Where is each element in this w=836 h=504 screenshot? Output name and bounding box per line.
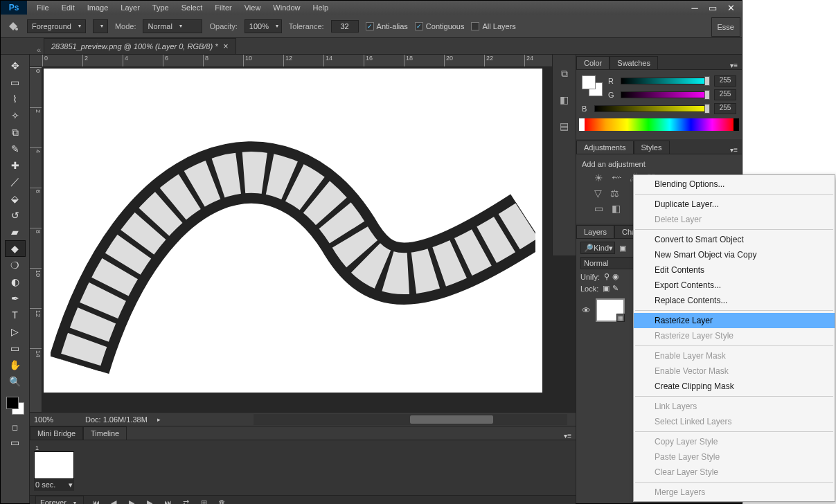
- blur-tool[interactable]: ❍: [5, 257, 26, 273]
- hand-tool[interactable]: ✋: [5, 357, 26, 373]
- marquee-tool[interactable]: ▭: [5, 74, 26, 91]
- tab-color[interactable]: Color: [576, 56, 610, 69]
- ctx-blending-options[interactable]: Blending Options...: [634, 177, 835, 192]
- path-select-tool[interactable]: ▷: [5, 323, 26, 340]
- document-canvas[interactable]: [44, 69, 542, 393]
- color-panel-menu[interactable]: ▾≡: [726, 62, 742, 69]
- menu-select[interactable]: Select: [176, 1, 208, 14]
- prev-frame-button[interactable]: ◀: [107, 498, 120, 505]
- menu-type[interactable]: Type: [147, 1, 175, 14]
- last-frame-button[interactable]: ⏭: [161, 498, 174, 504]
- unify-icons[interactable]: ⚲◉: [604, 272, 619, 281]
- photo-filter-icon[interactable]: ◧: [612, 203, 621, 214]
- magic-wand-tool[interactable]: ✧: [5, 107, 26, 124]
- menu-edit[interactable]: Edit: [56, 1, 80, 14]
- menu-image[interactable]: Image: [82, 1, 114, 14]
- contiguous-checkbox[interactable]: ✓Contiguous: [415, 22, 465, 30]
- frame-duration[interactable]: 0 sec.▾: [34, 479, 74, 491]
- menu-file[interactable]: File: [31, 1, 55, 14]
- tab-layers[interactable]: Layers: [576, 225, 614, 238]
- zoom-tool[interactable]: 🔍: [5, 373, 26, 390]
- maximize-button[interactable]: ▭: [704, 2, 721, 13]
- horizontal-scrollbar[interactable]: [254, 414, 567, 425]
- paint-bucket-tool[interactable]: ◆: [5, 240, 26, 257]
- close-button[interactable]: ✕: [722, 2, 739, 13]
- ctx-rasterize-layer[interactable]: Rasterize Layer: [634, 313, 835, 328]
- filter-icons[interactable]: ▣: [619, 244, 626, 253]
- pen-tool[interactable]: ✒: [5, 290, 26, 307]
- antialias-checkbox[interactable]: ✓Anti-alias: [366, 22, 408, 30]
- ctx-replace-contents[interactable]: Replace Contents...: [634, 293, 835, 308]
- ctx-duplicate-layer[interactable]: Duplicate Layer...: [634, 197, 835, 212]
- eraser-tool[interactable]: ▰: [5, 224, 26, 240]
- layer-thumbnail[interactable]: ▦: [596, 298, 625, 322]
- lasso-tool[interactable]: ⌇: [5, 91, 26, 107]
- mini-swatches[interactable]: [582, 75, 603, 96]
- menu-layer[interactable]: Layer: [115, 1, 145, 14]
- menu-view[interactable]: View: [239, 1, 267, 14]
- healing-tool[interactable]: ✚: [5, 157, 26, 174]
- all-layers-checkbox[interactable]: All Layers: [471, 22, 515, 30]
- character-panel-icon[interactable]: ▤: [557, 118, 572, 134]
- dodge-tool[interactable]: ◐: [5, 273, 26, 290]
- delete-frame-button[interactable]: 🗑: [215, 498, 228, 504]
- lock-icons[interactable]: ▣✎: [603, 284, 619, 293]
- ctx-export-contents[interactable]: Export Contents...: [634, 278, 835, 293]
- visibility-icon[interactable]: 👁: [580, 305, 592, 316]
- tab-scroll-left[interactable]: «: [34, 46, 44, 54]
- tab-styles[interactable]: Styles: [634, 141, 670, 154]
- tab-swatches[interactable]: Swatches: [610, 56, 658, 69]
- screenmode-button[interactable]: ▭: [5, 434, 26, 451]
- play-button[interactable]: ▶: [125, 498, 138, 505]
- ctx-new-smart-object-via-copy[interactable]: New Smart Object via Copy: [634, 247, 835, 262]
- ctx-create-clipping-mask[interactable]: Create Clipping Mask: [634, 379, 835, 394]
- next-frame-button[interactable]: ▶: [143, 498, 156, 505]
- brightness-icon[interactable]: ☀: [594, 172, 603, 183]
- filter-kind-select[interactable]: 🔎Kind▾: [580, 242, 615, 254]
- levels-icon[interactable]: ⬳: [612, 172, 621, 183]
- mode-select[interactable]: Normal▾: [143, 19, 202, 33]
- adjustments-panel-menu[interactable]: ▾≡: [726, 146, 742, 154]
- zoom-level[interactable]: 100%: [34, 415, 75, 424]
- doc-info-caret[interactable]: ▸: [157, 416, 161, 423]
- history-panel-icon[interactable]: ⧉: [557, 66, 572, 81]
- eyedropper-tool[interactable]: ✎: [5, 141, 26, 157]
- stamp-tool[interactable]: ⬙: [5, 190, 26, 207]
- green-slider[interactable]: G255: [608, 89, 736, 100]
- tab-mini-bridge[interactable]: Mini Bridge: [30, 426, 83, 440]
- move-tool[interactable]: ✥: [5, 57, 26, 74]
- tolerance-input[interactable]: [331, 20, 359, 33]
- history-brush-tool[interactable]: ↺: [5, 207, 26, 224]
- quickmask-toggle[interactable]: ◻: [5, 420, 26, 434]
- minimize-button[interactable]: ─: [686, 2, 703, 13]
- menu-help[interactable]: Help: [307, 1, 334, 14]
- pattern-picker[interactable]: ▾: [93, 19, 108, 33]
- vibrance-icon[interactable]: ▽: [594, 188, 602, 199]
- properties-panel-icon[interactable]: ◧: [557, 92, 572, 107]
- canvas-viewport[interactable]: [42, 67, 576, 412]
- hue-sat-icon[interactable]: ⚖: [610, 188, 619, 199]
- first-frame-button[interactable]: ⏮: [89, 498, 102, 504]
- ctx-convert-to-smart-object[interactable]: Convert to Smart Object: [634, 232, 835, 247]
- menu-window[interactable]: Window: [267, 1, 305, 14]
- opacity-input[interactable]: 100%▾: [244, 19, 282, 33]
- color-spectrum[interactable]: [585, 118, 733, 131]
- fg-bg-swatches[interactable]: [5, 395, 26, 416]
- ctx-edit-contents[interactable]: Edit Contents: [634, 262, 835, 278]
- animation-frame[interactable]: 1 0 sec.▾: [34, 444, 74, 491]
- tab-timeline[interactable]: Timeline: [83, 426, 127, 440]
- bw-icon[interactable]: ▭: [594, 203, 603, 214]
- menu-filter[interactable]: Filter: [209, 1, 237, 14]
- tab-adjustments[interactable]: Adjustments: [576, 141, 634, 154]
- crop-tool[interactable]: ⧉: [5, 124, 26, 141]
- workspace-switcher[interactable]: Esse: [711, 17, 740, 37]
- brush-tool[interactable]: ／: [5, 174, 26, 190]
- document-tab[interactable]: 283851_preview.png @ 100% (Layer 0, RGB/…: [44, 38, 236, 54]
- new-frame-button[interactable]: ⊞: [197, 498, 210, 505]
- bucket-icon[interactable]: [6, 19, 20, 33]
- blue-slider[interactable]: B255: [582, 103, 736, 114]
- timeline-panel-menu[interactable]: ▾≡: [560, 432, 576, 440]
- type-tool[interactable]: T: [5, 307, 26, 323]
- shape-tool[interactable]: ▭: [5, 340, 26, 357]
- red-slider[interactable]: R255: [608, 75, 736, 87]
